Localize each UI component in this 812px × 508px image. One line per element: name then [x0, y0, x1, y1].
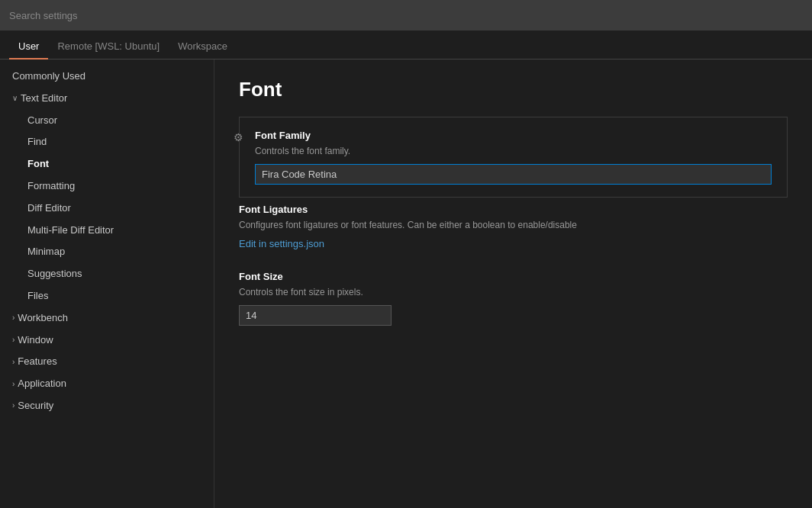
font-size-description: Controls the font size in pixels.	[239, 285, 788, 299]
page-title: Font	[239, 78, 788, 101]
chevron-right-icon: ›	[12, 312, 14, 324]
tab-user[interactable]: User	[9, 34, 48, 59]
sidebar-item-suggestions[interactable]: Suggestions	[0, 263, 214, 285]
sidebar-item-files[interactable]: Files	[0, 285, 214, 307]
sidebar: Commonly Used ∨ Text Editor Cursor Find …	[0, 59, 214, 508]
chevron-right-icon: ›	[12, 334, 14, 346]
font-size-input[interactable]	[239, 305, 392, 326]
chevron-right-icon: ›	[12, 400, 14, 412]
sidebar-item-application[interactable]: › Application	[0, 373, 214, 395]
font-family-description: Controls the font family.	[255, 144, 772, 158]
sidebar-item-formatting[interactable]: Formatting	[0, 175, 214, 198]
search-bar	[0, 0, 812, 31]
font-size-section: Font Size Controls the font size in pixe…	[239, 271, 788, 326]
font-family-section: ⚙ Font Family Controls the font family.	[239, 117, 788, 198]
font-ligatures-label: Font Ligatures	[239, 204, 788, 215]
font-family-input[interactable]	[255, 164, 772, 185]
sidebar-item-security[interactable]: › Security	[0, 395, 214, 417]
font-family-gear-icon[interactable]: ⚙	[234, 131, 243, 143]
chevron-right-icon: ›	[12, 356, 14, 368]
chevron-down-icon: ∨	[12, 92, 18, 104]
edit-settings-json-link[interactable]: Edit in settings.json	[239, 238, 324, 249]
sidebar-item-window[interactable]: › Window	[0, 330, 214, 352]
main-layout: Commonly Used ∨ Text Editor Cursor Find …	[0, 59, 812, 508]
settings-content: Font ⚙ Font Family Controls the font fam…	[214, 59, 812, 508]
tabs-bar: User Remote [WSL: Ubuntu] Workspace	[0, 31, 812, 59]
sidebar-item-multi-file-diff[interactable]: Multi-File Diff Editor	[0, 220, 214, 242]
chevron-right-icon: ›	[12, 378, 14, 391]
sidebar-item-font[interactable]: Font	[0, 153, 214, 175]
sidebar-item-cursor[interactable]: Cursor	[0, 110, 214, 132]
sidebar-item-features[interactable]: › Features	[0, 351, 214, 373]
font-ligatures-section: Font Ligatures Configures font ligatures…	[239, 204, 788, 249]
font-family-label: Font Family	[255, 130, 772, 141]
search-input[interactable]	[9, 10, 803, 21]
tab-workspace[interactable]: Workspace	[169, 34, 237, 59]
tab-remote[interactable]: Remote [WSL: Ubuntu]	[48, 34, 169, 59]
sidebar-item-commonly-used[interactable]: Commonly Used	[0, 66, 214, 88]
sidebar-item-minimap[interactable]: Minimap	[0, 241, 214, 263]
font-size-label: Font Size	[239, 271, 788, 282]
font-ligatures-description: Configures font ligatures or font featur…	[239, 218, 788, 232]
sidebar-item-workbench[interactable]: › Workbench	[0, 307, 214, 330]
sidebar-item-text-editor[interactable]: ∨ Text Editor	[0, 88, 214, 110]
sidebar-item-diff-editor[interactable]: Diff Editor	[0, 198, 214, 220]
sidebar-item-find[interactable]: Find	[0, 131, 214, 153]
